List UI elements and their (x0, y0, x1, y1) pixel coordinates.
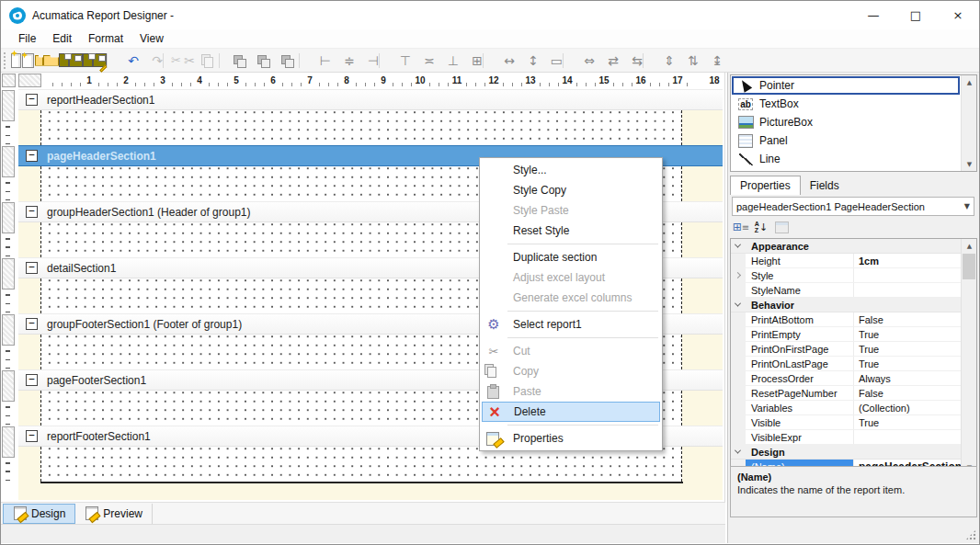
separator[interactable] (299, 51, 307, 71)
menu-view[interactable]: View (131, 30, 172, 47)
separator[interactable] (107, 51, 115, 71)
align-centers-icon[interactable]: ≑ (331, 51, 355, 71)
context-select-report[interactable]: Select report1 (482, 314, 660, 335)
tool-line[interactable]: Line (732, 150, 960, 168)
align-middles-icon[interactable]: ≍ (411, 51, 435, 71)
property-row[interactable]: PrintOnFirstPage True (731, 342, 961, 357)
collapse-icon[interactable]: − (26, 206, 38, 218)
property-row[interactable]: PrintEmpty True (731, 327, 961, 342)
collapse-icon[interactable]: − (26, 94, 38, 106)
new-file-icon[interactable] (11, 51, 35, 71)
scrollbar-thumb[interactable] (963, 254, 975, 279)
snap-to-grid-icon[interactable]: ⊞ (459, 51, 483, 71)
separator[interactable] (482, 335, 660, 341)
menu-format[interactable]: Format (80, 30, 131, 47)
context-generate-excel-columns[interactable]: Generate excel columns (482, 288, 660, 308)
property-row[interactable]: ProcessOrder Always (731, 371, 961, 386)
property-row[interactable]: ResetPageNumber False (731, 386, 961, 401)
bring-to-front-icon[interactable] (227, 51, 251, 71)
scroll-up-icon[interactable]: ▲ (962, 75, 977, 89)
save-icon[interactable] (59, 51, 83, 71)
separator[interactable] (482, 422, 660, 428)
menu-file[interactable]: File (10, 30, 44, 47)
menu-edit[interactable]: Edit (44, 30, 80, 47)
separator[interactable] (379, 51, 387, 71)
collapse-icon[interactable]: − (26, 262, 38, 274)
maximize-button[interactable]: □ (895, 1, 937, 29)
context-reset-style[interactable]: Reset Style (482, 221, 660, 241)
section-selector-box[interactable] (2, 90, 15, 121)
collapse-icon[interactable]: − (26, 430, 38, 442)
separator[interactable] (483, 51, 491, 71)
separator[interactable] (482, 308, 660, 314)
same-size-icon[interactable]: ▭ (539, 51, 563, 71)
property-row[interactable]: Appearance (731, 239, 961, 254)
context-delete[interactable]: Delete (482, 402, 660, 422)
property-row[interactable]: Variables (Collection) (731, 401, 961, 415)
tool-textbox[interactable]: TextBox (732, 95, 960, 113)
scroll-up-icon[interactable]: ▲ (962, 239, 977, 253)
context-properties[interactable]: Properties (482, 428, 660, 448)
section-design-surface[interactable] (18, 110, 723, 145)
property-row[interactable]: Visible True (731, 415, 961, 430)
same-height-icon[interactable]: ↕ (515, 51, 539, 71)
property-row[interactable]: Style (731, 268, 961, 283)
property-row[interactable]: Design (731, 445, 961, 460)
align-bottoms-icon[interactable]: ⊥ (435, 51, 459, 71)
separator[interactable] (643, 51, 651, 71)
increase-vertical-spacing-icon[interactable]: ⇅ (675, 51, 699, 71)
context-paste[interactable]: Paste (482, 381, 660, 402)
section-selector-box[interactable] (2, 314, 15, 346)
tool-picturebox[interactable]: PictureBox (732, 113, 960, 131)
send-to-back-icon[interactable] (275, 51, 299, 71)
property-row[interactable]: PrintOnLastPage True (731, 357, 961, 371)
sort-alphabetical-icon[interactable] (752, 219, 770, 235)
section-selector-box[interactable] (2, 258, 15, 290)
section-grid-area[interactable] (40, 447, 682, 482)
same-width-icon[interactable]: ↔ (491, 51, 515, 71)
section-selector-box[interactable] (2, 202, 15, 233)
cut-icon[interactable]: ✂ (171, 51, 195, 71)
toolbox-scrollbar[interactable]: ▲ ▼ (961, 75, 976, 171)
context-style[interactable]: Style... (482, 160, 660, 180)
undo-icon[interactable]: ↶ (115, 51, 139, 71)
tab-design[interactable]: Design (3, 504, 75, 524)
section-selector-box[interactable] (2, 146, 15, 177)
open-file-icon[interactable] (35, 51, 59, 71)
property-pages-icon[interactable] (772, 219, 791, 235)
close-button[interactable]: × (937, 1, 979, 29)
section-design-surface[interactable] (18, 447, 723, 482)
copy-icon[interactable] (195, 51, 219, 71)
context-cut[interactable]: Cut (482, 341, 660, 361)
tab-fields[interactable]: Fields (801, 176, 849, 195)
separator[interactable] (219, 51, 227, 71)
minimize-button[interactable]: — (852, 1, 895, 29)
decrease-horizontal-spacing-icon[interactable]: ⇆ (619, 51, 643, 71)
decrease-vertical-spacing-icon[interactable]: ↨ (699, 51, 723, 71)
context-style-paste[interactable]: Style Paste (482, 200, 660, 221)
align-rights-icon[interactable]: ⊣ (355, 51, 379, 71)
context-style-copy[interactable]: Style Copy (482, 180, 660, 200)
tab-properties[interactable]: Properties (730, 176, 801, 195)
equal-vertical-spacing-icon[interactable]: ⇕ (651, 51, 675, 71)
object-selector-dropdown[interactable]: pageHeaderSection1 PageHeaderSection ▼ (732, 197, 974, 216)
context-duplicate-section[interactable]: Duplicate section (482, 247, 660, 267)
scroll-down-icon[interactable]: ▼ (962, 157, 977, 171)
align-lefts-icon[interactable]: ⊢ (307, 51, 331, 71)
redo-icon[interactable]: ↷ (139, 51, 163, 71)
save-as-icon[interactable] (83, 51, 107, 71)
property-row[interactable]: Height 1cm (731, 254, 961, 268)
context-adjust-excel-layout[interactable]: Adjust excel layout (482, 267, 660, 288)
separator[interactable] (482, 241, 660, 247)
align-tops-icon[interactable]: ⊤ (387, 51, 411, 71)
tool-panel[interactable]: Panel (732, 131, 960, 150)
property-row[interactable]: StyleName (731, 283, 961, 298)
resize-grip[interactable] (965, 529, 976, 540)
separator[interactable] (163, 51, 171, 71)
collapse-icon[interactable]: − (26, 150, 38, 162)
equal-horizontal-spacing-icon[interactable]: ⇔ (571, 51, 595, 71)
bring-forward-icon[interactable] (251, 51, 275, 71)
section-selector-box[interactable] (2, 370, 15, 402)
collapse-icon[interactable]: − (26, 374, 38, 386)
section-selector-box[interactable] (2, 426, 15, 458)
